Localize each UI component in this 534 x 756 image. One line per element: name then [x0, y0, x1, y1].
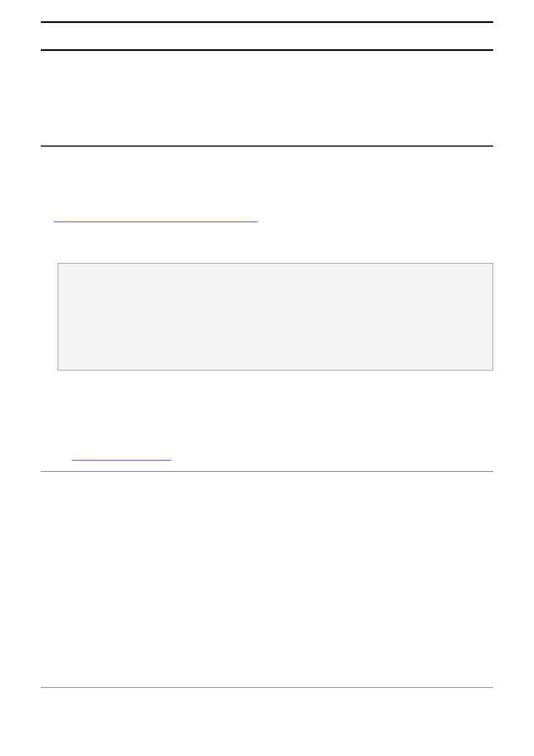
spacer	[41, 51, 493, 145]
footer-rule	[41, 687, 493, 688]
spacer	[41, 23, 493, 49]
spacer	[41, 147, 493, 222]
code-block	[58, 263, 493, 370]
spacer	[41, 461, 493, 471]
page-container	[0, 0, 534, 489]
spacer	[41, 370, 493, 460]
section-rule	[41, 471, 493, 472]
hyperlink-1[interactable]	[54, 222, 257, 222]
